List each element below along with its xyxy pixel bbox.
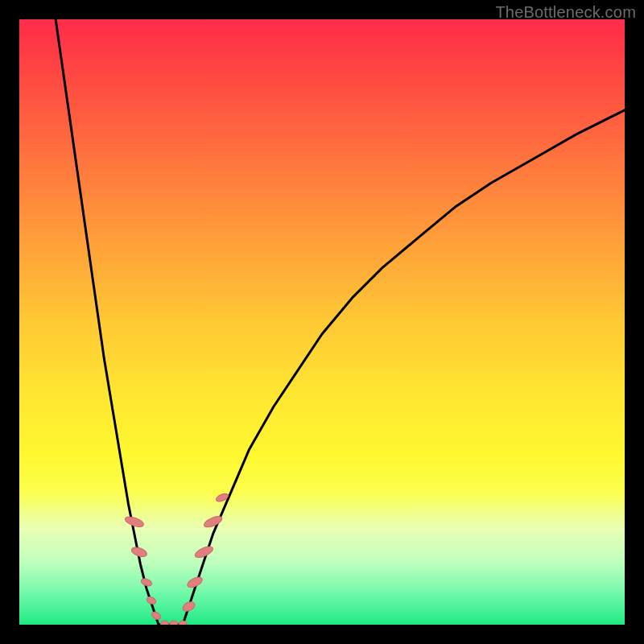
chart-svg xyxy=(19,19,625,625)
bottleneck-curve xyxy=(56,19,625,625)
curve-marker xyxy=(179,621,187,625)
plot-area xyxy=(19,19,625,625)
curve-marker xyxy=(181,600,196,613)
watermark-text: TheBottleneck.com xyxy=(495,3,636,22)
curve-marker xyxy=(203,514,224,530)
curve-marker xyxy=(140,577,153,588)
curve-marker xyxy=(130,546,148,559)
curve-marker xyxy=(160,621,168,625)
curve-marker xyxy=(151,610,162,621)
curve-marker xyxy=(146,596,157,605)
curve-marker xyxy=(124,514,145,529)
curve-marker xyxy=(170,621,178,625)
chart-frame: TheBottleneck.com xyxy=(0,0,644,644)
